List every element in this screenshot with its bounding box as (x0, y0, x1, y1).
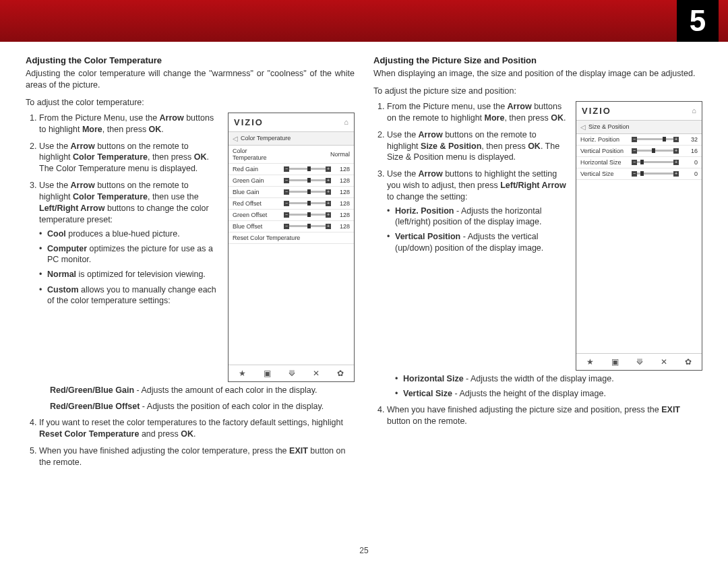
left-column: Adjusting the Color Temperature Adjustin… (26, 55, 355, 474)
gear-icon: ✿ (685, 357, 692, 367)
back-icon: ◁ (233, 135, 238, 142)
home-icon: ⌂ (344, 118, 348, 126)
menu-row: Green Gain−+128 (229, 175, 354, 187)
left-steps-1-3: From the Picture Menu, use the Arrow but… (26, 113, 220, 306)
right-step-4: When you have finished adjusting the pic… (387, 404, 702, 427)
bullet-vert-size: Vertical Size - Adjusts the height of th… (395, 388, 702, 399)
left-title: Adjusting the Color Temperature (26, 55, 355, 65)
right-step-3: Use the Arrow buttons to highlight the s… (387, 168, 568, 253)
right-step-2: Use the Arrow buttons on the remote to h… (387, 129, 568, 164)
menu-row: Color TemperatureNormal (229, 146, 354, 164)
menu-row: Blue Gain−+128 (229, 187, 354, 198)
gain-offset-notes: Red/Green/Blue Gain - Adjusts the amount… (26, 385, 355, 412)
vizio-logo: VIZIO (582, 106, 611, 116)
bullet-normal: Normal is optimized for television viewi… (39, 269, 220, 280)
page-number: 25 (0, 546, 728, 555)
close-icon: ✕ (313, 369, 320, 378)
vizio-logo: VIZIO (234, 117, 264, 127)
vizio-reset-row: Reset Color Temperature (229, 232, 354, 244)
right-lead: To adjust the picture size and position: (373, 86, 702, 96)
left-step-1: From the Picture Menu, use the Arrow but… (39, 113, 220, 135)
right-column: Adjusting the Picture Size and Position … (373, 55, 702, 474)
left-intro: Adjusting the color temperature will cha… (26, 68, 355, 91)
left-step-2: Use the Arrow buttons on the remote to h… (39, 141, 220, 175)
left-step-3: Use the Arrow buttons on the remote to h… (39, 180, 220, 306)
menu-row: Red Offset−+128 (229, 198, 354, 210)
menu-row: Red Gain−+128 (229, 164, 354, 175)
back-icon: ◁ (580, 123, 586, 131)
left-step-4: If you want to reset the color temperatu… (39, 417, 355, 440)
menu-row: Blue Offset−+128 (229, 221, 354, 232)
bullet-cool: Cool produces a blue-hued picture. (39, 228, 220, 239)
vizio-footer: ★ ▣ ⟱ ✕ ✿ (229, 365, 354, 381)
right-steps-1-3: From the Picture menu, use the Arrow but… (373, 101, 568, 253)
down-icon: ⟱ (636, 357, 643, 367)
star-icon: ★ (586, 357, 594, 367)
left-steps-4-5: If you want to reset the color temperatu… (26, 417, 355, 468)
rect-icon: ▣ (264, 369, 271, 378)
right-intro: When displaying an image, the size and p… (373, 68, 702, 80)
vizio-color-temp-menu: VIZIO ⌂ ◁ Color Temperature Color Temper… (228, 113, 355, 382)
menu-row: Green Offset−+128 (229, 210, 354, 221)
right-title: Adjusting the Picture Size and Position (373, 55, 702, 65)
menu-row: Vertical Size−+0 (576, 168, 702, 180)
vizio-footer: ★ ▣ ⟱ ✕ ✿ (576, 353, 702, 370)
vizio-breadcrumb: ◁ Size & Position (576, 121, 702, 134)
menu-row: Horiz. Position−+32 (576, 134, 702, 146)
right-steps-4: When you have finished adjusting the pic… (373, 404, 702, 427)
gear-icon: ✿ (337, 369, 344, 378)
bullet-horiz-size: Horizontal Size - Adjusts the width of t… (395, 373, 702, 384)
header-band: 5 (0, 0, 728, 42)
down-icon: ⟱ (289, 369, 295, 378)
bullet-vert-pos: Vertical Position - Adjusts the vertical… (387, 231, 568, 253)
close-icon: ✕ (661, 357, 667, 367)
vizio-size-pos-menu: VIZIO ⌂ ◁ Size & Position Horiz. Positio… (576, 101, 702, 371)
bullet-computer: Computer optimizes the picture for use a… (39, 243, 220, 266)
page-content: Adjusting the Color Temperature Adjustin… (0, 42, 728, 474)
vizio-sp-rows: Horiz. Position−+32Vertical Position−+16… (576, 134, 702, 180)
rect-icon: ▣ (611, 357, 619, 367)
menu-row: Horizontal Size−+0 (576, 157, 702, 168)
vizio-breadcrumb: ◁ Color Temperature (229, 132, 354, 146)
home-icon: ⌂ (692, 106, 696, 115)
vizio-ct-rows: Color TemperatureNormalRed Gain−+128Gree… (229, 146, 354, 232)
star-icon: ★ (239, 369, 246, 378)
bullet-custom: Custom allows you to manually change eac… (39, 284, 220, 307)
left-step-5: When you have finished adjusting the col… (39, 445, 355, 468)
chapter-tab: 5 (677, 0, 719, 42)
bullet-horiz-pos: Horiz. Position - Adjusts the horizontal… (387, 206, 568, 228)
left-lead: To adjust the color temperature: (26, 98, 355, 107)
right-step-1: From the Picture menu, use the Arrow but… (387, 101, 568, 124)
menu-row: Vertical Position−+16 (576, 146, 702, 157)
right-extra-bullets: Horizontal Size - Adjusts the width of t… (373, 373, 702, 400)
